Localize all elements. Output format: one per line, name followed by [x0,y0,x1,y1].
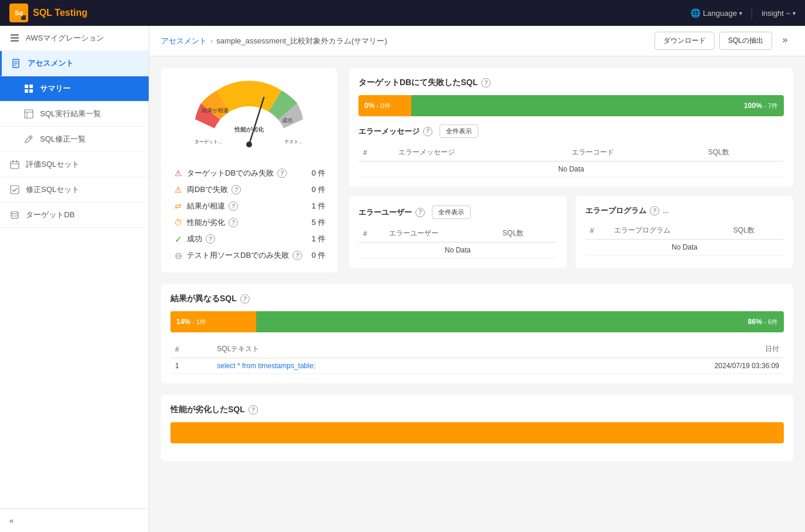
extract-sql-button[interactable]: SQLの抽出 [719,32,772,50]
svg-line-14 [29,137,31,139]
right-panel: ターゲットDBにて失敗したSQL ? 0% - 0件 [349,68,793,272]
svg-rect-0 [11,34,19,36]
svg-point-20 [11,211,18,214]
target-db-section: ターゲットDBにて失敗したSQL ? 0% - 0件 [349,68,793,187]
sidebar-item-sql-fix[interactable]: SQL修正一覧 [0,127,149,152]
col-hash: # [358,144,394,161]
insight-selector[interactable]: insight ~ ▾ [762,9,796,18]
perf-progress-left [170,422,784,443]
progress-success-label: 100% - 7件 [744,102,778,110]
right-area: アセスメント › sample_assessment_比較対象外カラム(サマリー… [149,26,805,532]
svg-rect-15 [11,161,19,169]
svg-text:成功: 成功 [282,117,293,123]
no-data-cell: No Data [358,161,784,177]
language-selector[interactable]: 🌐 Language ▾ [690,8,742,18]
svg-rect-10 [29,89,33,93]
info-icon-prog[interactable]: ? [650,206,659,216]
sidebar-item-summary[interactable]: サマリー [0,76,149,102]
sidebar-label-target-db: ターゲットDB [26,210,75,220]
row-num: 1 [170,358,212,374]
globe-icon: 🌐 [690,8,700,18]
error-program-header-row: # エラープログラム SQL数 [585,222,784,240]
insight-label: insight ~ [762,9,790,18]
info-icon-diff[interactable]: ? [240,294,250,304]
info-icon-5[interactable]: ? [206,234,215,244]
stat-mismatch-count: 1 件 [311,201,326,211]
sidebar-item-sql-results[interactable]: SQL実行結果一覧 [0,102,149,127]
download-button[interactable]: ダウンロード [655,32,715,50]
sidebar-item-aws[interactable]: AWSマイグレーション [0,26,149,51]
perf-sql-title: 性能が劣化したSQL ? [170,405,784,415]
divider [752,7,752,19]
error-program-table: # エラープログラム SQL数 No Data [585,222,784,255]
diff-progress-right: 86% - 6件 [256,311,784,332]
stat-success-count: 1 件 [311,234,326,244]
col-num: # [170,341,212,358]
col-hash-p: # [585,222,609,240]
header-actions: ダウンロード SQLの抽出 » [655,32,793,50]
error-user-header-row: # エラーユーザー SQL数 [358,225,557,243]
stat-mismatch: ⇄ 結果が相違 ? 1 件 [173,201,326,211]
success-icon: ✓ [173,234,183,244]
chevron-down-icon-2: ▾ [793,10,796,16]
target-db-progress: 0% - 0件 100% - 7件 [358,95,784,116]
sql-link[interactable]: select * from timestamps_table; [217,362,315,370]
gauge-container: 性能が劣化 結果が相違 ターゲット... 成功 テスト... [173,80,326,156]
info-icon-6[interactable]: ? [293,251,302,260]
sidebar-item-fix-sql[interactable]: 修正SQLセット [0,177,149,203]
logo: Sq SQL Testing [9,4,88,22]
calendar-icon [9,159,20,170]
diff-sql-header-row: # SQLテキスト 日付 [170,341,784,358]
stat-mismatch-label: 結果が相違 [187,201,225,211]
col-error-code: エラーコード [567,144,703,161]
no-data-user: No Data [358,243,557,258]
col-user: エラーユーザー [384,225,498,243]
show-all-errors-button[interactable]: 全件表示 [440,124,478,138]
error-section: エラーユーザー ? 全件表示 # エラーユーザー [349,196,793,268]
table-icon [24,109,34,119]
info-icon-1[interactable]: ? [277,169,287,178]
sidebar-item-target-db[interactable]: ターゲットDB [0,203,149,228]
table-row: No Data [358,161,784,177]
check-icon [9,184,20,195]
stat-both-fail-count: 0 件 [311,184,326,195]
table-row: 1 select * from timestamps_table; 2024/0… [170,358,784,374]
stat-both-fail-label: 両DBで失敗 [187,184,228,195]
info-icon-perf[interactable]: ? [249,405,258,415]
edit-icon [24,134,34,144]
stats-list: ⚠ ターゲットDBでのみ失敗 ? 0 件 ⚠ 両DBで失敗 [173,168,326,261]
svg-text:性能が劣化: 性能が劣化 [234,126,264,133]
no-data-prog: No Data [585,240,784,255]
col-error-msg: エラーメッセージ [394,144,567,161]
svg-rect-9 [25,89,28,93]
info-icon-2[interactable]: ? [232,185,241,194]
sidebar-label-eval-sql: 評価SQLセット [26,159,79,170]
info-icon-3[interactable]: ? [229,201,238,211]
svg-text:ターゲット...: ターゲット... [194,139,222,144]
sidebar-item-assessment[interactable]: アセスメント [0,51,149,76]
sidebar-label-summary: サマリー [40,83,71,94]
progress-success-segment: 100% - 7件 [411,95,784,116]
info-icon-user[interactable]: ? [415,208,425,217]
content-header: アセスメント › sample_assessment_比較対象外カラム(サマリー… [149,26,805,56]
panel-collapse-button[interactable]: » [777,32,793,48]
show-all-users-button[interactable]: 全件表示 [432,206,471,219]
breadcrumb-parent[interactable]: アセスメント [161,36,207,46]
info-icon-errormsg[interactable]: ? [423,127,432,136]
sidebar-item-eval-sql[interactable]: 評価SQLセット [0,152,149,177]
minus-icon: ⊖ [173,250,183,261]
info-icon-target[interactable]: ? [481,78,491,87]
diff-left-label: 14% - 1件 [176,318,206,326]
stat-success: ✓ 成功 ? 1 件 [173,234,326,244]
diff-sql-title: 結果が異なるSQL ? [170,294,784,304]
slow-icon: ⏱ [173,217,183,228]
top-section: 性能が劣化 結果が相違 ターゲット... 成功 テスト... [161,68,793,272]
stat-perf-count: 5 件 [311,217,326,228]
info-icon-4[interactable]: ? [229,218,238,227]
breadcrumb-current: sample_assessment_比較対象外カラム(サマリー) [216,36,387,46]
sidebar-label-aws: AWSマイグレーション [26,33,104,43]
sidebar-collapse-button[interactable]: « [0,509,149,532]
layers-icon [9,33,20,43]
diff-progress-left: 14% - 1件 [170,311,256,332]
sidebar-label-assessment: アセスメント [28,58,73,69]
